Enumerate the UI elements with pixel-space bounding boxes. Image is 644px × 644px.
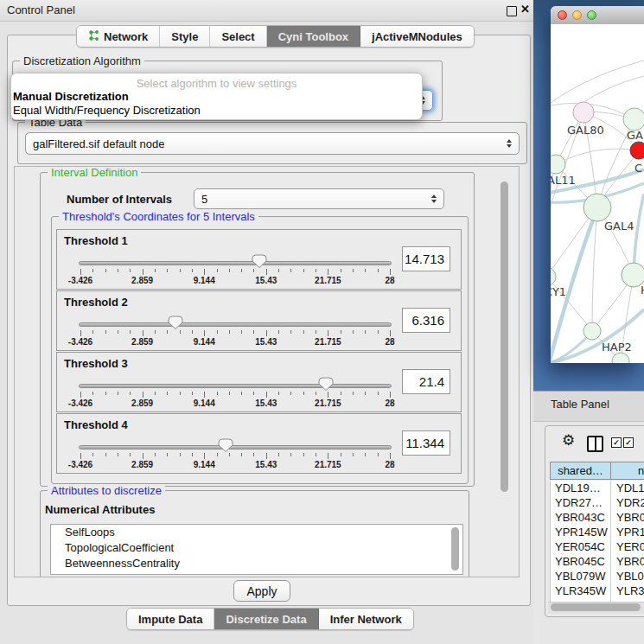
network-edge[interactable] [592,207,597,331]
slider-track[interactable] [79,445,392,450]
network-node[interactable] [583,194,611,221]
tick-mark [105,392,106,395]
tick-mark [204,453,205,459]
network-window-titlebar[interactable] [551,6,644,25]
dropdown-option-manual-discretization[interactable]: Manual Discretization [13,90,129,103]
table-row[interactable]: YPR145WYPR1 [551,525,644,539]
threshold-value-field[interactable] [402,308,450,333]
table-data-combobox[interactable]: galFiltered.sif default node [25,132,520,155]
tab-label: Cyni Toolbox [278,30,348,43]
tab-infer-network[interactable]: Infer Network [319,609,413,629]
network-view-window[interactable]: GAL80GACGAL11GAL4GCY1HHAP2 [551,6,644,363]
tab-network[interactable]: Network [77,26,160,47]
cell-name[interactable]: YLR3 [611,583,644,598]
cell-name[interactable]: YBR0 [611,554,644,569]
table-row[interactable]: YER054CYER0 [551,539,644,554]
tick-mark [316,269,316,272]
list-scrollbar[interactable] [451,527,459,571]
cell-shared-name[interactable]: YLR345W [551,583,611,598]
cell-shared-name[interactable]: YBR045C [551,554,611,569]
cell-name[interactable]: YDR2 [611,495,644,510]
tab-cyni-toolbox[interactable]: Cyni Toolbox [267,26,360,47]
network-edge[interactable] [634,194,644,273]
columns-icon[interactable] [587,436,603,452]
table-row[interactable]: YDR27…YDR2 [551,495,644,510]
horizontal-scrollbar[interactable] [551,603,641,611]
cell-shared-name[interactable]: YPR145W [551,525,611,539]
checkbox-checked-icon[interactable]: ✓ [623,437,634,448]
cell-name[interactable]: YPR1 [611,525,644,539]
threshold-value-field[interactable] [402,369,450,394]
network-node[interactable] [583,322,601,340]
close-traffic-light-icon[interactable] [558,10,567,20]
zoom-traffic-light-icon[interactable] [587,10,596,20]
close-icon[interactable]: ✕ [520,3,530,16]
cell-shared-name[interactable]: YDL19… [551,481,611,495]
slider-thumb-icon[interactable] [318,377,334,392]
float-window-icon[interactable] [507,6,517,16]
tick-mark [204,330,205,336]
tick-mark [180,330,181,334]
table-row[interactable]: YBR045CYBR0 [551,554,644,569]
table-row[interactable]: YBR043CYBR0 [551,510,644,525]
table-row[interactable]: YLR345WYLR3 [551,583,644,598]
tab-impute-data[interactable]: Impute Data [127,609,214,629]
tick-mark [118,330,118,334]
slider-track[interactable] [79,261,392,265]
slider-thumb-icon[interactable] [218,438,233,453]
column-header-shared-name[interactable]: shared… [550,462,611,480]
number-of-intervals-combobox[interactable]: 5 [194,188,444,209]
cell-shared-name[interactable]: YDR27… [551,495,611,510]
network-edge[interactable] [583,76,644,103]
tab-discretize-data[interactable]: Discretize Data [214,609,318,629]
threshold-value-field[interactable] [402,430,450,456]
numerical-attributes-list[interactable]: SelfLoopsTopologicalCoefficientBetweenne… [50,524,463,575]
tick-mark [241,453,242,456]
tick-mark [278,330,279,334]
tick-mark [378,269,379,272]
checkbox-checked-icon[interactable]: ✓ [611,437,622,448]
tab-jactivemnodules[interactable]: jActiveMNodules [360,26,474,47]
cell-shared-name[interactable]: YER054C [551,539,611,554]
network-node[interactable] [623,108,644,131]
attributes-group-title: Attributes to discretize [48,484,165,497]
slider-track[interactable] [79,322,392,327]
network-canvas[interactable]: GAL80GACGAL11GAL4GCY1HHAP2 [551,24,644,363]
tick-mark [118,453,118,456]
minimize-traffic-light-icon[interactable] [572,10,582,20]
scale-label: 21.715 [315,399,341,408]
threshold-panel: Threshold 4 -3.4262.8599.14415.4321.7152… [56,413,462,474]
cell-name[interactable]: YDL1 [611,481,644,495]
threshold-value-field[interactable] [402,246,450,271]
tab-style[interactable]: Style [160,26,210,47]
slider-thumb-icon[interactable] [168,316,183,330]
apply-button[interactable]: Apply [233,580,290,602]
tab-select[interactable]: Select [210,26,266,47]
cell-name[interactable]: YBR0 [611,510,644,525]
table-row[interactable]: YDL19…YDL1 [551,481,644,495]
tick-mark [118,392,118,395]
numerical-attributes-label: Numerical Attributes [45,503,155,516]
cell-name[interactable]: YER0 [611,539,644,554]
slider-thumb-icon[interactable] [252,254,267,269]
network-node[interactable] [551,155,565,174]
attribute-list-item[interactable]: TopologicalCoefficient [51,540,462,556]
vertical-scrollbar[interactable] [501,182,508,492]
tick-mark [316,392,316,395]
table-row[interactable]: YBL079WYBL0 [551,569,644,583]
network-edge[interactable] [551,61,644,106]
gear-icon[interactable]: ⚙ [562,433,575,448]
cell-shared-name[interactable]: YBL079W [551,569,611,583]
attribute-list-item[interactable]: BetweennessCentrality [51,556,462,571]
cell-shared-name[interactable]: YBR043C [551,510,611,525]
scale-label: 2.859 [131,337,153,347]
dropdown-option-equal-width-frequency[interactable]: Equal Width/Frequency Discretization [13,104,201,117]
tick-mark [143,269,143,275]
cell-name[interactable]: YBL0 [611,569,644,583]
network-node[interactable] [551,267,556,286]
attribute-list-item[interactable]: SelfLoops [51,525,462,540]
network-node[interactable] [630,142,644,159]
column-header-name[interactable]: na [610,462,644,480]
network-node[interactable] [573,102,594,123]
slider-track[interactable] [79,384,392,388]
